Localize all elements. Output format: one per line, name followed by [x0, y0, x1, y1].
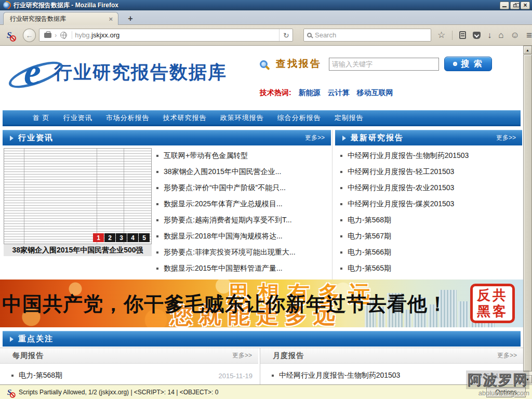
site-identity-icon[interactable] [44, 33, 51, 38]
hotword-link[interactable]: 新能源 [299, 88, 321, 98]
nav-item-market-reports[interactable]: 市场分析报告 [106, 113, 150, 123]
noscript-icon[interactable]: S [4, 30, 15, 41]
news-item[interactable]: 互联网+带动有色金属转型 [153, 148, 331, 164]
url-bar[interactable]: › hybg.jskjxx.org ↻ [39, 29, 293, 42]
window-title: 行业研究报告数据库 - Mozilla Firefox [14, 1, 118, 10]
section-arrow-icon [10, 136, 14, 141]
news-item[interactable]: 形势要点:评价“中国中产阶级”不能只... [153, 180, 331, 196]
nav-item-综合-reports[interactable]: 综合分析报告 [277, 113, 321, 123]
industry-news-more-link[interactable]: 更多>> [305, 134, 325, 142]
watermark-site-name: 阿波罗网 [466, 370, 529, 389]
weekly-more-link[interactable]: 更多>> [232, 351, 252, 360]
news-item[interactable]: 数据显示:2015年中国塑料管道产量... [153, 260, 331, 276]
hamburger-menu-icon[interactable]: ≡ [526, 30, 532, 40]
news-carousel-image[interactable]: 1 2 3 4 5 [4, 148, 152, 244]
industry-news-title: 行业资讯 [18, 133, 54, 143]
downloads-icon[interactable]: ↓ [487, 31, 491, 39]
keyword-input[interactable] [332, 60, 436, 68]
restore-button[interactable] [510, 2, 520, 9]
nav-item-custom-reports[interactable]: 定制报告 [335, 113, 364, 123]
hotwords-label: 技术热词: [260, 88, 291, 98]
report-item[interactable]: 电力-第567期 [337, 228, 520, 244]
news-item[interactable]: 形势要点:越南消费者短期内享受不到T... [153, 212, 331, 228]
latest-reports-more-link[interactable]: 更多>> [496, 134, 516, 142]
watermark-url: aboluowang.com [466, 389, 529, 397]
report-item[interactable]: 电力-第566期 [337, 244, 520, 260]
browser-window: 行业研究报告数据库 - Mozilla Firefox × 行业研究报告数据库 … [0, 0, 532, 399]
nav-item-policy-reports[interactable]: 政策环境报告 [220, 113, 264, 123]
carousel-caption[interactable]: 38家钢企入围2015年中国民营企业500强 [4, 244, 152, 256]
nav-item-industry-news[interactable]: 行业资讯 [63, 113, 92, 123]
section-arrow-icon [342, 136, 346, 141]
nav-toolbar: S ← › hybg.jskjxx.org ↻ ☆ ↓ ⌂ ☺ ≡ [0, 25, 532, 46]
globe-icon[interactable] [60, 32, 67, 38]
focus-section-header: 重点关注 [3, 331, 521, 347]
nav-item-tech-reports[interactable]: 技术研究报告 [163, 113, 207, 123]
browser-search-box[interactable] [303, 29, 431, 42]
home-icon[interactable]: ⌂ [498, 31, 503, 39]
nav-item-home[interactable]: 首 页 [33, 113, 50, 123]
banner-image[interactable]: 思想有多远 您就能走多远 中国共产党，你干爹毛贼东让你新年过节去看他！ 反共 黑… [0, 280, 523, 327]
new-tab-button[interactable]: + [124, 13, 137, 24]
url-text[interactable]: hybg.jskjxx.org [75, 31, 279, 39]
minimize-button[interactable] [500, 2, 509, 9]
tab-active[interactable]: 行业研究报告数据库 × [3, 12, 118, 25]
news-item[interactable]: 数据显示:2018年中国海淘规模将达... [153, 228, 331, 244]
carousel-page-5[interactable]: 5 [139, 233, 150, 242]
bookmark-star-icon[interactable]: ☆ [437, 31, 445, 39]
report-item[interactable]: 中经网行业月度报告-农业201503 [337, 180, 520, 196]
banner-defacement-text: 中国共产党，你干爹毛贼东让你新年过节去看他！ [2, 291, 448, 317]
vertical-scrollbar[interactable]: ▲ ▼ [523, 46, 532, 384]
close-button[interactable]: × [521, 2, 530, 9]
monthly-report-header: 月度报告 更多>> [260, 348, 523, 364]
chevron-icon: › [55, 32, 57, 39]
search-icon [307, 33, 312, 37]
noscript-status-icon[interactable]: S [5, 388, 14, 397]
carousel-page-4[interactable]: 4 [127, 233, 138, 242]
carousel-page-3[interactable]: 3 [116, 233, 127, 242]
hotword-link[interactable]: 移动互联网 [357, 88, 393, 98]
banner-stamp: 反共 黑客 [470, 284, 515, 323]
carousel-page-2[interactable]: 2 [104, 233, 115, 242]
hotword-link[interactable]: 云计算 [328, 88, 350, 98]
browser-search-input[interactable] [315, 31, 428, 39]
watermark: 阿波罗网 aboluowang.com [466, 370, 529, 397]
scroll-up-button[interactable]: ▲ [523, 46, 532, 54]
pocket-icon[interactable] [473, 32, 481, 39]
report-item[interactable]: 中经网行业月度报告-轻工201503 [337, 164, 520, 180]
carousel-pagination: 1 2 3 4 5 [93, 233, 150, 242]
report-item[interactable]: 电力-第565期 [337, 260, 520, 276]
main-nav: 首 页 行业资讯 市场分析报告 技术研究报告 政策环境报告 综合分析报告 定制报… [3, 110, 521, 126]
page-viewport: e 行业研究报告数据库 查找报告 搜 索 技术热词: 新能源 云计算 移动互联网 [0, 46, 532, 384]
bookmarks-menu-icon[interactable] [459, 31, 466, 39]
tab-strip: 行业研究报告数据库 × + [0, 10, 532, 25]
reload-icon[interactable]: ↻ [279, 29, 292, 41]
site-search-button[interactable]: 搜 索 [444, 57, 492, 71]
magnifier-icon [260, 60, 268, 68]
section-arrow-icon [10, 337, 14, 342]
focus-title: 重点关注 [18, 334, 54, 344]
report-item[interactable]: 中经网行业月度报告-生物制药201503 [337, 148, 520, 164]
report-item[interactable]: 电力-第568期 [337, 212, 520, 228]
find-report-label: 查找报告 [276, 57, 322, 71]
status-bar: S Scripts Partially Allowed, 1/2 (jskjxx… [0, 384, 532, 399]
weekly-report-date: 2015-11-19 [218, 372, 252, 380]
report-item[interactable]: 中经网行业月度报告-煤炭201503 [337, 196, 520, 212]
back-button[interactable]: ← [23, 29, 36, 42]
site-logo-title: 行业研究报告数据库 [54, 60, 227, 85]
carousel-page-1[interactable]: 1 [93, 233, 104, 242]
smiley-extension-icon[interactable]: ☺ [511, 31, 520, 39]
weekly-report-header: 每周报告 更多>> [0, 348, 258, 364]
latest-reports-title: 最新研究报告 [351, 133, 404, 143]
news-item[interactable]: 形势要点:菲律宾投资环境可能出现重大... [153, 244, 331, 260]
scrollbar-thumb[interactable] [523, 55, 532, 371]
news-item[interactable]: 数据显示:2025年体育产业总规模目... [153, 196, 331, 212]
focus-columns: 每周报告 更多>> 电力-第568期 2015-11-19 月度报告 更多>> … [0, 348, 523, 384]
search-button-icon [453, 62, 457, 66]
weekly-report-item[interactable]: 电力-第568期 2015-11-19 [8, 368, 252, 383]
monthly-more-link[interactable]: 更多>> [497, 351, 517, 360]
firefox-icon [3, 2, 10, 9]
tab-close-icon[interactable]: × [108, 15, 114, 23]
news-item[interactable]: 38家钢企入围2015年中国民营企业... [153, 164, 331, 180]
tab-title: 行业研究报告数据库 [10, 15, 108, 23]
